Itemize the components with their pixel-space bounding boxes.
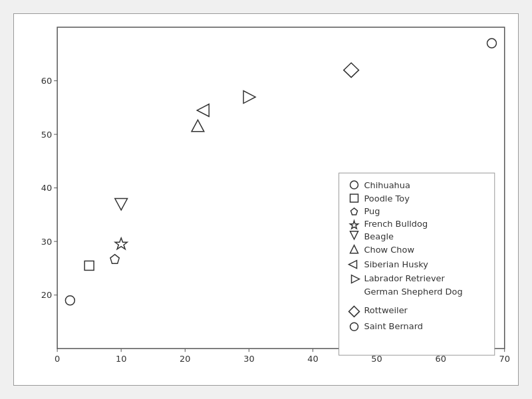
legend-labrador-label: Labrador Retriever (364, 273, 445, 283)
x-tick-10: 10 (116, 354, 126, 364)
x-tick-20: 20 (180, 354, 190, 364)
legend-rottweiler-label: Rottweiler (364, 305, 408, 315)
legend-frenchbulldog-label: French Bulldog (364, 219, 428, 229)
y-tick-60: 60 (41, 76, 52, 86)
x-tick-40: 40 (307, 354, 318, 364)
legend-siberianhusky-label: Siberian Husky (364, 259, 428, 269)
y-tick-30: 30 (41, 237, 52, 247)
legend-beagle-label: Beagle (364, 231, 394, 241)
x-tick-0: 0 (55, 354, 60, 364)
legend-saintbernard-label: Saint Bernard (364, 321, 422, 331)
legend-germanshepherd-label: German Shepherd Dog (364, 287, 462, 297)
legend-chowchow-label: Chow Chow (364, 245, 414, 255)
x-tick-70: 70 (499, 354, 509, 364)
y-tick-20: 20 (41, 290, 52, 300)
y-axis: 20 30 40 50 60 (41, 76, 57, 300)
y-tick-40: 40 (41, 183, 52, 193)
legend-pug-label: Pug (364, 206, 380, 216)
legend-chihuahua-label: Chihuahua (364, 180, 410, 190)
chart-container: 0 10 20 30 40 50 60 70 (13, 13, 519, 386)
legend: Chihuahua Poodle Toy Pug French Bulldog … (339, 173, 495, 355)
x-tick-30: 30 (243, 354, 254, 364)
y-tick-50: 50 (41, 130, 52, 140)
legend-poodle-label: Poodle Toy (364, 194, 410, 203)
